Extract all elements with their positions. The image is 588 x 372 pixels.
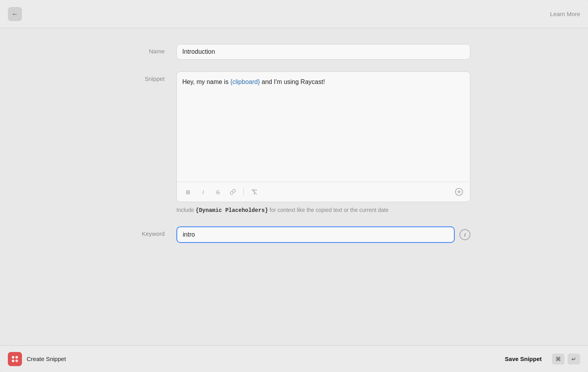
snippet-toolbar: B I S: [177, 182, 470, 202]
add-placeholder-button[interactable]: [454, 186, 465, 197]
svg-rect-7: [12, 359, 15, 362]
helper-text-highlight: {Dynamic Placeholders}: [196, 207, 268, 213]
info-icon[interactable]: i: [459, 229, 470, 240]
italic-button[interactable]: I: [197, 186, 209, 198]
app-icon: [8, 352, 22, 366]
helper-text: Include {Dynamic Placeholders} for conte…: [176, 206, 470, 215]
header: ← Learn More: [0, 0, 588, 28]
strikethrough-button[interactable]: S: [212, 186, 224, 198]
helper-text-before: Include: [176, 207, 196, 213]
snippet-text-before: Hey, my name is: [182, 78, 230, 85]
main-content: Name Snippet Hey, my name is {clipboard}…: [0, 28, 588, 345]
footer-app-name: Create Snippet: [27, 356, 66, 362]
name-field: [176, 44, 470, 60]
keyword-input-row: i: [176, 226, 470, 243]
snippet-label: Snippet: [118, 71, 165, 82]
snippet-placeholder: {clipboard}: [230, 78, 260, 85]
save-snippet-button[interactable]: Save Snippet: [498, 352, 549, 365]
bold-button[interactable]: B: [182, 186, 194, 198]
keyword-field: i: [176, 226, 470, 243]
snippet-field: Hey, my name is {clipboard} and I'm usin…: [176, 71, 470, 215]
snippet-display[interactable]: Hey, my name is {clipboard} and I'm usin…: [177, 72, 470, 182]
toolbar-divider: [243, 188, 244, 196]
snippet-row: Snippet Hey, my name is {clipboard} and …: [118, 71, 470, 215]
footer-left: Create Snippet: [8, 352, 66, 366]
footer: Create Snippet Save Snippet ⌘ ↵: [0, 345, 588, 372]
keyword-label: Keyword: [118, 226, 165, 237]
helper-text-after: for context like the copied text or the …: [268, 207, 388, 213]
name-row: Name: [118, 44, 470, 60]
svg-rect-6: [12, 356, 15, 358]
snippet-container: Hey, my name is {clipboard} and I'm usin…: [176, 71, 470, 202]
name-label: Name: [118, 44, 165, 55]
svg-rect-8: [16, 356, 18, 358]
keyword-row: Keyword i: [118, 226, 470, 243]
enter-key-badge: ↵: [568, 354, 580, 365]
learn-more-button[interactable]: Learn More: [550, 11, 580, 17]
cmd-key-badge: ⌘: [552, 354, 564, 365]
clear-format-button[interactable]: [249, 186, 260, 198]
footer-right: Save Snippet ⌘ ↵: [498, 352, 580, 365]
keyword-input[interactable]: [176, 226, 455, 243]
link-button[interactable]: [227, 186, 239, 198]
snippet-text-after: and I'm using Raycast!: [260, 78, 325, 85]
name-input[interactable]: [176, 44, 470, 60]
form-container: Name Snippet Hey, my name is {clipboard}…: [118, 44, 470, 255]
back-button[interactable]: ←: [8, 7, 22, 21]
